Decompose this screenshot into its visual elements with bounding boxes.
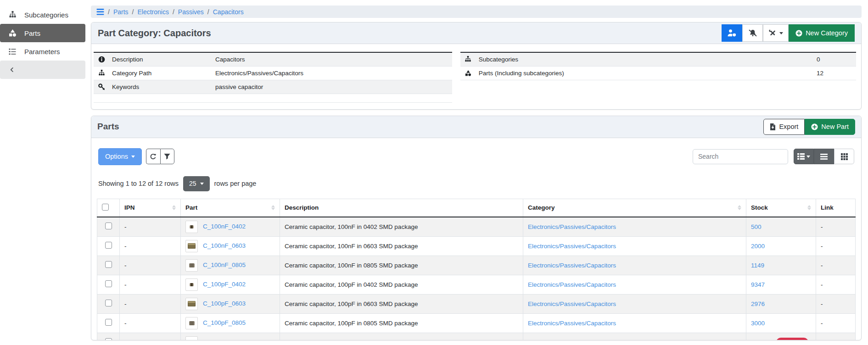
part-thumbnail[interactable] bbox=[185, 240, 198, 252]
row-checkbox[interactable] bbox=[105, 261, 112, 268]
capacitor-chip-image bbox=[189, 263, 195, 267]
description-cell: Ceramic capacitor, 10uF in 0402 SMD pack… bbox=[280, 333, 523, 340]
part-thumbnail[interactable] bbox=[185, 221, 198, 233]
breadcrumb-separator: / bbox=[132, 8, 134, 16]
filter-button[interactable] bbox=[160, 149, 174, 164]
grid-view-button[interactable] bbox=[834, 149, 854, 164]
breadcrumb-link-electronics[interactable]: Electronics bbox=[137, 8, 168, 16]
column-header-ipn[interactable]: IPN bbox=[120, 199, 181, 217]
part-thumbnail[interactable] bbox=[185, 259, 198, 272]
ipn-cell: - bbox=[120, 217, 181, 237]
new-category-label: New Category bbox=[806, 29, 848, 37]
part-thumbnail[interactable] bbox=[185, 298, 198, 310]
user-roles-button[interactable] bbox=[722, 24, 742, 42]
part-link[interactable]: C_100pF_0805 bbox=[203, 319, 246, 326]
file-export-icon bbox=[770, 123, 776, 130]
category-card: Part Category: Capacitors bbox=[91, 22, 862, 110]
breadcrumb-link-passives[interactable]: Passives bbox=[178, 8, 204, 16]
stock-link[interactable]: 500 bbox=[751, 223, 762, 230]
table-row: - C_100nF_0805 Ceramic capacitor, 100nF … bbox=[97, 256, 856, 275]
category-link[interactable]: Electronics/Passives/Capacitors bbox=[528, 300, 616, 307]
row-checkbox[interactable] bbox=[105, 338, 112, 340]
list-view-button[interactable] bbox=[814, 149, 834, 164]
refresh-button[interactable] bbox=[146, 149, 160, 164]
sidebar-collapse-button[interactable] bbox=[0, 61, 85, 79]
breadcrumb: / Parts / Electronics / Passives / Capac… bbox=[91, 6, 862, 18]
row-checkbox[interactable] bbox=[105, 280, 112, 287]
sidebar-item-parts[interactable]: Parts bbox=[0, 24, 85, 42]
export-button[interactable]: Export bbox=[763, 119, 805, 135]
part-thumbnail[interactable] bbox=[185, 278, 198, 291]
part-cell: C_100nF_0402 bbox=[181, 217, 280, 237]
part-link[interactable]: C_100pF_0603 bbox=[203, 300, 246, 307]
column-header-stock[interactable]: Stock bbox=[746, 199, 816, 217]
part-thumbnail[interactable] bbox=[185, 317, 198, 329]
user-shield-icon bbox=[728, 29, 736, 37]
row-checkbox[interactable] bbox=[105, 223, 112, 229]
menu-icon[interactable] bbox=[96, 9, 104, 15]
unsubscribe-button[interactable] bbox=[742, 24, 763, 42]
link-cell: - bbox=[816, 275, 856, 294]
column-header-part[interactable]: Part bbox=[181, 199, 280, 217]
page-size-dropdown[interactable]: 25 bbox=[183, 176, 210, 191]
category-link[interactable]: Electronics/Passives/Capacitors bbox=[528, 262, 616, 269]
stock-link[interactable]: 2976 bbox=[751, 300, 765, 307]
description-cell: Ceramic capacitor, 100nF in 0603 SMD pac… bbox=[280, 236, 523, 256]
stock-cell: 2000 bbox=[746, 236, 816, 256]
link-cell: - bbox=[816, 333, 856, 340]
breadcrumb-link-capacitors[interactable]: Capacitors bbox=[213, 8, 244, 16]
detail-label: Category Path bbox=[109, 66, 213, 80]
row-checkbox[interactable] bbox=[105, 242, 112, 249]
search-input[interactable] bbox=[693, 149, 788, 164]
category-actions-dropdown[interactable] bbox=[763, 24, 789, 42]
column-header-description[interactable]: Description bbox=[280, 199, 523, 217]
category-link[interactable]: Electronics/Passives/Capacitors bbox=[528, 320, 616, 327]
table-row: - C_100pF_0805 Ceramic capacitor, 100pF … bbox=[97, 313, 856, 333]
stock-cell: 3000 bbox=[746, 313, 816, 333]
row-checkbox[interactable] bbox=[105, 319, 112, 326]
category-link[interactable]: Electronics/Passives/Capacitors bbox=[528, 281, 616, 288]
category-actions: New Category bbox=[722, 24, 855, 42]
part-link[interactable]: C_100pF_0402 bbox=[203, 281, 246, 288]
new-part-button[interactable]: New Part bbox=[805, 119, 855, 135]
detail-row-keywords: Keywords passive capacitor bbox=[94, 80, 452, 94]
stock-link[interactable]: 0 bbox=[751, 339, 755, 340]
part-link[interactable]: C_100nF_0402 bbox=[203, 223, 246, 230]
stock-link[interactable]: 1149 bbox=[751, 262, 764, 269]
row-checkbox[interactable] bbox=[105, 300, 112, 306]
parts-body: Options bbox=[91, 138, 861, 340]
column-header-link[interactable]: Link bbox=[816, 199, 856, 217]
column-header-category[interactable]: Category bbox=[523, 199, 746, 217]
part-link[interactable]: C_100nF_0603 bbox=[203, 242, 246, 249]
part-link[interactable]: C_10uF_0402 bbox=[203, 339, 242, 340]
sidebar-item-subcategories[interactable]: Subcategories bbox=[0, 6, 85, 24]
category-link[interactable]: Electronics/Passives/Capacitors bbox=[528, 339, 616, 340]
plus-circle-icon bbox=[811, 123, 818, 130]
part-thumbnail[interactable] bbox=[185, 336, 198, 340]
part-link[interactable]: C_100nF_0805 bbox=[203, 262, 246, 268]
capacitor-chip-image bbox=[190, 225, 194, 228]
part-cell: C_100pF_0805 bbox=[181, 313, 280, 333]
sidebar-item-label: Subcategories bbox=[24, 11, 68, 19]
new-category-button[interactable]: New Category bbox=[789, 24, 855, 42]
plus-circle-icon bbox=[795, 30, 802, 37]
export-label: Export bbox=[779, 123, 798, 130]
category-link[interactable]: Electronics/Passives/Capacitors bbox=[528, 243, 616, 250]
stock-link[interactable]: 9347 bbox=[751, 281, 765, 288]
columns-dropdown[interactable] bbox=[794, 149, 814, 164]
category-link[interactable]: Electronics/Passives/Capacitors bbox=[528, 223, 616, 230]
part-cell: C_100nF_0603 bbox=[181, 236, 280, 256]
caret-down-icon bbox=[779, 32, 783, 34]
view-mode-group bbox=[794, 149, 854, 164]
options-dropdown[interactable]: Options bbox=[98, 148, 142, 165]
stock-link[interactable]: 2000 bbox=[751, 243, 765, 250]
sidebar-item-parameters[interactable]: Parameters bbox=[0, 42, 85, 61]
chevron-left-icon bbox=[9, 67, 15, 73]
description-cell: Ceramic capacitor, 100pF in 0402 SMD pac… bbox=[280, 275, 523, 294]
page-size-value: 25 bbox=[189, 180, 196, 187]
breadcrumb-link-parts[interactable]: Parts bbox=[113, 8, 129, 16]
stock-link[interactable]: 3000 bbox=[751, 320, 765, 327]
breadcrumb-separator: / bbox=[108, 8, 110, 16]
category-cell: Electronics/Passives/Capacitors bbox=[523, 313, 746, 333]
select-all-checkbox[interactable] bbox=[102, 204, 109, 211]
